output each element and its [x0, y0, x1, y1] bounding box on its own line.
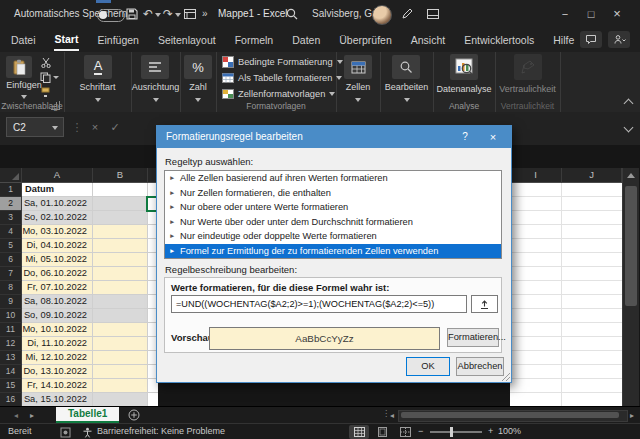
cell-A13[interactable]: Mi, 12.10.2022	[22, 351, 93, 365]
cell-B14[interactable]	[93, 365, 148, 379]
rule-type-option[interactable]: ►Formel zur Ermittlung der zu formatiere…	[165, 244, 501, 259]
row-header-12[interactable]: 12	[0, 337, 22, 351]
row-header-6[interactable]: 6	[0, 253, 22, 267]
copy-icon[interactable]	[40, 72, 59, 83]
cell-B11[interactable]	[93, 323, 148, 337]
cell-B1[interactable]	[93, 183, 148, 197]
zoom-level[interactable]: 100%	[498, 424, 521, 439]
cell-B4[interactable]	[93, 225, 148, 239]
dialog-close-icon[interactable]: ×	[481, 126, 505, 148]
autosave-toggle[interactable]	[97, 9, 125, 22]
cell-A5[interactable]: Di, 04.10.2022	[22, 239, 93, 253]
normal-view-button[interactable]	[349, 425, 369, 439]
cell-A15[interactable]: Fr, 14.10.2022	[22, 379, 93, 393]
redo-dropdown-icon[interactable]	[175, 13, 181, 17]
cell-A3[interactable]: So, 02.10.2022	[22, 211, 93, 225]
rule-type-option[interactable]: ►Nur Werte über oder unter dem Durchschn…	[165, 215, 501, 230]
row-header-15[interactable]: 15	[0, 379, 22, 393]
ribbon-tab-seitenlayout[interactable]: Seitenlayout	[157, 30, 217, 50]
macro-record-icon[interactable]	[60, 427, 71, 439]
formula-input[interactable]: =UND((WOCHENTAG($A2;2)>=1);(WOCHENTAG($A…	[171, 295, 467, 313]
row-header-2[interactable]: 2	[0, 197, 22, 211]
row-header-5[interactable]: 5	[0, 239, 22, 253]
data-analysis-icon[interactable]	[450, 54, 478, 80]
ribbon-tab-daten[interactable]: Daten	[291, 30, 321, 50]
rule-type-option[interactable]: ►Nur obere oder untere Werte formatieren	[165, 200, 501, 215]
quick-access-icon[interactable]	[183, 7, 197, 21]
clipboard-dialog-launcher-icon[interactable]	[51, 101, 60, 110]
row-header-3[interactable]: 3	[0, 211, 22, 225]
select-all-corner[interactable]	[0, 168, 22, 183]
close-button[interactable]: ×	[604, 0, 630, 28]
sensitivity-icon[interactable]	[514, 54, 542, 80]
percent-icon[interactable]: %	[184, 55, 212, 79]
comments-button[interactable]	[580, 31, 602, 48]
redo-icon[interactable]: ↷	[163, 0, 173, 28]
page-break-view-button[interactable]	[395, 425, 415, 439]
hscroll-left-icon[interactable]: ◂	[390, 411, 394, 420]
pen-icon[interactable]	[400, 7, 414, 21]
cell-styles-button[interactable]: Zellenformatvorlagen	[222, 88, 335, 100]
column-header-B[interactable]: B	[93, 168, 148, 183]
ok-button[interactable]: OK	[406, 357, 450, 376]
ribbon-tab-einfügen[interactable]: Einfügen	[96, 30, 139, 50]
cancel-button[interactable]: Abbrechen	[456, 357, 504, 376]
ribbon-tab-entwicklertools[interactable]: Entwicklertools	[463, 30, 535, 50]
cancel-entry-icon[interactable]: ×	[86, 117, 104, 137]
page-layout-view-button[interactable]	[372, 425, 392, 439]
rule-type-option[interactable]: ►Nur eindeutige oder doppelte Werte form…	[165, 229, 501, 244]
expand-formula-bar-icon[interactable]	[624, 123, 634, 133]
format-as-table-button[interactable]: Als Tabelle formatieren	[222, 72, 342, 84]
ribbon-tab-überprüfen[interactable]: Überprüfen	[338, 30, 393, 50]
ribbon-tab-datei[interactable]: Datei	[10, 30, 37, 50]
ribbon-tab-hilfe[interactable]: Hilfe	[552, 30, 575, 50]
tab-splitter-icon[interactable]: ⋮	[382, 409, 390, 418]
cell-B5[interactable]	[93, 239, 148, 253]
column-header-I[interactable]: I	[510, 168, 562, 183]
row-header-13[interactable]: 13	[0, 351, 22, 365]
cell-B16[interactable]	[93, 393, 148, 406]
maximize-button[interactable]: □	[578, 0, 604, 28]
alignment-dropdown-icon[interactable]	[131, 94, 180, 105]
search-icon[interactable]	[285, 7, 299, 21]
ribbon-display-icon[interactable]	[426, 7, 440, 21]
cell-B2[interactable]	[93, 197, 148, 211]
cut-icon[interactable]	[40, 57, 52, 68]
name-box[interactable]: C2	[6, 117, 64, 137]
cell-B15[interactable]	[93, 379, 148, 393]
editing-dropdown-icon[interactable]	[380, 94, 433, 105]
zoom-slider-track[interactable]	[430, 431, 482, 433]
zoom-in-icon[interactable]: +	[488, 424, 493, 439]
cell-B6[interactable]	[93, 253, 148, 267]
row-header-16[interactable]: 16	[0, 393, 22, 406]
accessibility-status[interactable]: Barrierefreiheit: Keine Probleme	[97, 424, 225, 439]
rule-type-option[interactable]: ►Alle Zellen basierend auf ihren Werten …	[165, 171, 501, 186]
cell-B13[interactable]	[93, 351, 148, 365]
collapse-ribbon-icon[interactable]	[624, 99, 634, 109]
cells-dropdown-icon[interactable]	[336, 94, 380, 105]
cell-B12[interactable]	[93, 337, 148, 351]
format-painter-icon[interactable]	[40, 87, 51, 98]
cell-A8[interactable]: Fr, 07.10.2022	[22, 281, 93, 295]
accessibility-icon[interactable]	[82, 427, 93, 439]
cell-A6[interactable]: Mi, 05.10.2022	[22, 253, 93, 267]
save-icon[interactable]	[125, 7, 139, 21]
cell-A16[interactable]: Sa, 15.10.2022	[22, 393, 93, 406]
vertical-scroll-thumb[interactable]	[625, 186, 637, 306]
cell-B8[interactable]	[93, 281, 148, 295]
more-commands-icon[interactable]: »	[202, 0, 208, 28]
horizontal-scroll-thumb[interactable]	[401, 412, 619, 418]
ribbon-tab-formeln[interactable]: Formeln	[234, 30, 275, 50]
next-sheet-icon[interactable]: ▸	[30, 411, 34, 420]
row-header-8[interactable]: 8	[0, 281, 22, 295]
sheet-tab-tabelle1[interactable]: Tabelle1	[56, 407, 119, 423]
cell-A2[interactable]: Sa, 01.10.2022	[22, 197, 93, 211]
confirm-entry-icon[interactable]: ✓	[106, 117, 124, 137]
row-header-9[interactable]: 9	[0, 295, 22, 309]
share-button[interactable]	[608, 31, 630, 48]
font-icon[interactable]: A	[84, 55, 112, 79]
collapse-range-button[interactable]	[471, 295, 498, 313]
row-header-1[interactable]: 1	[0, 183, 22, 197]
format-button[interactable]: Formatieren...	[447, 328, 499, 347]
add-sheet-icon[interactable]	[128, 409, 140, 421]
